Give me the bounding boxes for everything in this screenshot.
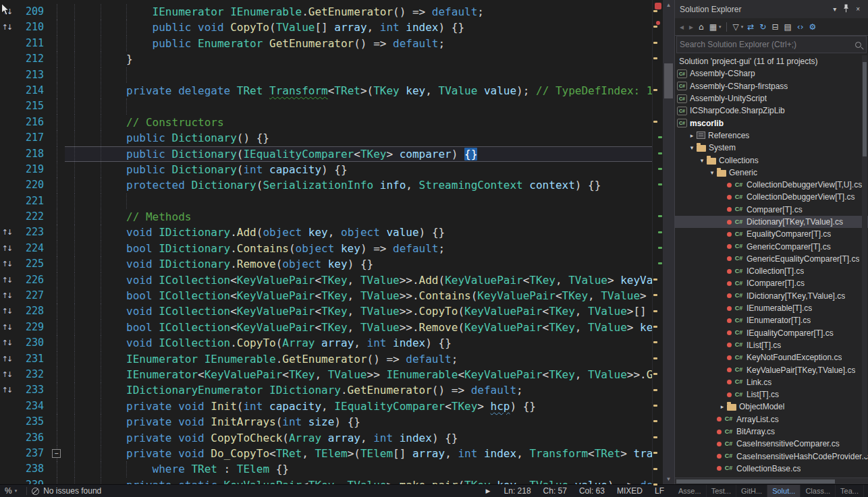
close-icon[interactable]: × xyxy=(852,5,863,13)
tool-window-tab-test[interactable]: Test... xyxy=(707,485,736,497)
tree-item-assembly-csharp-firstpass[interactable]: C#Assembly-CSharp-firstpass xyxy=(675,80,868,92)
implements-indicator-icon[interactable]: ↑↓ xyxy=(0,303,13,319)
collapse-arrow-icon[interactable]: ▾ xyxy=(707,169,717,176)
scrollbar-thumb[interactable] xyxy=(676,479,835,484)
code-line[interactable]: 236private void CopyToCheck(Array array,… xyxy=(0,430,652,446)
properties-icon[interactable]: ⚙ xyxy=(807,22,818,32)
expand-arrow-icon[interactable]: ▸ xyxy=(717,403,727,410)
forward-icon[interactable]: ▸ xyxy=(687,22,695,32)
search-input[interactable] xyxy=(680,40,855,49)
issues-indicator[interactable]: No issues found xyxy=(32,486,101,496)
implements-indicator-icon[interactable]: ↑↓ xyxy=(0,225,13,240)
code-line[interactable]: ↑↓230void ICollection.CopyTo(Array array… xyxy=(0,335,652,351)
line-ending-indicator[interactable]: LF xyxy=(655,486,664,496)
refresh-icon[interactable]: ↻ xyxy=(757,22,768,32)
tree-item-keynotfoundexception-cs[interactable]: C#KeyNotFoundException.cs xyxy=(675,351,868,363)
tree-item-link-cs[interactable]: C#Link.cs xyxy=(675,376,868,388)
code-line[interactable]: 220protected Dictionary(SerializationInf… xyxy=(0,177,652,193)
expand-arrow-icon[interactable]: ▸ xyxy=(687,132,697,139)
encoding-indicator[interactable]: MIXED xyxy=(617,486,643,496)
code-line[interactable]: 217public Dictionary() {} xyxy=(0,130,652,146)
tree-item-collectiondebuggerview-t-cs[interactable]: C#CollectionDebuggerView[T].cs xyxy=(675,191,868,203)
tree-item-equalitycomparer-t-cs[interactable]: C#EqualityComparer[T].cs xyxy=(675,228,868,240)
tree-item-objectmodel[interactable]: ▸ObjectModel xyxy=(675,401,868,413)
implements-indicator-icon[interactable]: ↑↓ xyxy=(0,335,13,351)
character-indicator[interactable]: Ch: 57 xyxy=(543,486,567,496)
tree-item-arraylist-cs[interactable]: C#ArrayList.cs xyxy=(675,413,868,426)
tree-item-genericequalitycomparer-t-cs[interactable]: C#GenericEqualityComparer[T].cs xyxy=(675,253,868,265)
code-line[interactable]: 218public Dictionary(IEqualityComparer<T… xyxy=(0,146,652,162)
tree-item-generic[interactable]: ▾Generic xyxy=(675,167,868,179)
code-line[interactable]: ↑↓233IDictionaryEnumerator IDictionary.G… xyxy=(0,382,652,398)
tree-item-comparer-t-cs[interactable]: C#Comparer[T].cs xyxy=(675,204,868,216)
implements-indicator-icon[interactable]: ↑↓ xyxy=(0,272,13,288)
scrollbar-thumb[interactable] xyxy=(664,63,673,98)
column-indicator[interactable]: Col: 63 xyxy=(579,486,605,496)
code-line[interactable]: 216// Constructors xyxy=(0,115,652,130)
tree-item-ienumerator-t-cs[interactable]: C#IEnumerator[T].cs xyxy=(675,314,868,326)
pending-changes-filter-icon[interactable]: ▽ xyxy=(731,22,741,32)
collapse-arrow-icon[interactable]: ▾ xyxy=(687,144,697,151)
search-icon[interactable] xyxy=(855,42,861,48)
code-line[interactable]: 213 xyxy=(0,67,652,83)
line-indicator[interactable]: Ln: 218 xyxy=(504,486,531,496)
home-icon[interactable]: ⌂ xyxy=(697,22,706,32)
code-line[interactable]: ↑↓225void IDictionary.Remove(object key)… xyxy=(0,256,652,272)
sync-with-active-document-icon[interactable]: ⇄ xyxy=(745,22,756,32)
fold-collapse-icon[interactable]: − xyxy=(52,449,61,458)
scrollbar-thumb[interactable] xyxy=(863,62,867,156)
tree-vertical-scrollbar[interactable] xyxy=(862,55,867,457)
code-line[interactable]: ↑↓224bool IDictionary.Contains(object ke… xyxy=(0,241,652,256)
code-line[interactable]: ↑↓231IEnumerator IEnumerable.GetEnumerat… xyxy=(0,351,652,367)
tree-item-system[interactable]: ▾System xyxy=(675,142,868,154)
tree-item-dictionary-tkey-tvalue-cs[interactable]: C#Dictionary[TKey,TValue].cs xyxy=(675,216,868,228)
tree-item-mscorlib[interactable]: C#mscorlib xyxy=(675,117,868,129)
code-line[interactable]: ↑↓210public void CopyTo(TValue[] array, … xyxy=(0,20,652,35)
code-line[interactable]: ↑↓226void ICollection<KeyValuePair<TKey,… xyxy=(0,272,652,288)
show-all-files-icon[interactable]: ▤ xyxy=(782,22,793,32)
tree-item-collectiondebuggerview-t-u-cs[interactable]: C#CollectionDebuggerView[T,U].cs xyxy=(675,179,868,191)
code-area[interactable]: ↑↓209IEnumerator IEnumerable.GetEnumerat… xyxy=(0,0,652,484)
tree-item-icsharpcode-sharpziplib[interactable]: C#ICSharpCode.SharpZipLib xyxy=(675,105,868,117)
implements-indicator-icon[interactable]: ↑↓ xyxy=(0,382,13,398)
tree-item-caseinsensitivehashcodeprovider-cs[interactable]: C#CaseInsensitiveHashCodeProvider.cs xyxy=(675,450,868,463)
code-line[interactable]: ↑↓227bool ICollection<KeyValuePair<TKey,… xyxy=(0,288,652,303)
code-line[interactable]: ↑↓223void IDictionary.Add(object key, ob… xyxy=(0,225,652,240)
tree-item-bitarray-cs[interactable]: C#BitArray.cs xyxy=(675,426,868,438)
scroll-up-icon[interactable]: ▲ xyxy=(663,1,674,9)
code-line[interactable]: 235private void InitArrays(int size) {} xyxy=(0,414,652,430)
implements-indicator-icon[interactable]: ↑↓ xyxy=(0,320,13,335)
code-line[interactable]: 212} xyxy=(0,51,652,67)
code-line[interactable]: 211public Enumerator GetEnumerator() => … xyxy=(0,36,652,51)
tree-item-collectionbase-cs[interactable]: C#CollectionBase.cs xyxy=(675,463,868,475)
tool-window-tab-class[interactable]: Class... xyxy=(801,485,836,497)
view-code-icon[interactable]: ‹› xyxy=(795,22,806,32)
code-line[interactable]: ↑↓232IEnumerator<KeyValuePair<TKey, TVal… xyxy=(0,367,652,382)
implements-indicator-icon[interactable]: ↑↓ xyxy=(0,367,13,382)
tool-window-tab-solut[interactable]: Solut... xyxy=(767,485,801,497)
pin-icon[interactable] xyxy=(840,4,852,14)
back-icon[interactable]: ◂ xyxy=(678,22,686,32)
tree-item-ienumerable-t-cs[interactable]: C#IEnumerable[T].cs xyxy=(675,302,868,314)
code-line[interactable]: 239private static KeyValuePair<TKey, TVa… xyxy=(0,477,652,484)
tree-item-iequalitycomparer-t-cs[interactable]: C#IEqualityComparer[T].cs xyxy=(675,327,868,339)
tool-window-tab-gith[interactable]: GitH... xyxy=(736,485,767,497)
switch-views-icon[interactable]: ▦ xyxy=(707,22,719,32)
code-line[interactable]: 214private delegate TRet Transform<TRet>… xyxy=(0,83,652,98)
tree-horizontal-scrollbar[interactable] xyxy=(675,477,868,484)
implements-indicator-icon[interactable]: ↑↓ xyxy=(0,256,13,272)
implements-indicator-icon[interactable]: ↑↓ xyxy=(0,241,13,256)
zoom-control[interactable]: % ▾ xyxy=(0,486,22,496)
tool-window-tab-asse[interactable]: Asse... xyxy=(674,485,707,497)
tool-window-tab-tea[interactable]: Tea... xyxy=(836,485,864,497)
tree-item-caseinsensitivecomparer-cs[interactable]: C#CaseInsensitiveComparer.cs xyxy=(675,438,868,450)
code-line[interactable]: 237−private void Do_CopyTo<TRet, TElem>(… xyxy=(0,446,652,461)
tree-item-collections[interactable]: ▾Collections xyxy=(675,154,868,166)
tree-item-idictionary-tkey-tvalue-cs[interactable]: C#IDictionary[TKey,TValue].cs xyxy=(675,290,868,302)
editor-vertical-scrollbar[interactable]: ▲ ▼ xyxy=(663,0,674,484)
tree-item-references[interactable]: ▸References xyxy=(675,129,868,142)
tree-item-ilist-t-cs[interactable]: C#IList[T].cs xyxy=(675,339,868,351)
code-line[interactable]: 219public Dictionary(int capacity) {} xyxy=(0,162,652,177)
implements-indicator-icon[interactable]: ↑↓ xyxy=(0,288,13,303)
code-line[interactable]: 215 xyxy=(0,98,652,114)
